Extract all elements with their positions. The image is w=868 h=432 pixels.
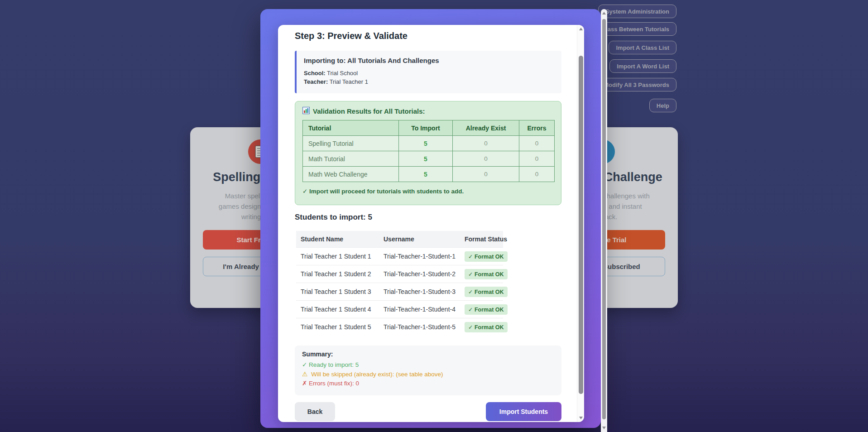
modal-overlay: Step 3: Preview & Validate Importing to:… bbox=[260, 9, 601, 428]
format-status-cell: ✓ Format OK bbox=[460, 287, 503, 297]
student-name: Trial Teacher 1 Student 1 bbox=[296, 253, 379, 260]
warning-icon: ⚠ bbox=[302, 370, 308, 378]
school-label: School: bbox=[304, 70, 326, 77]
tutorial-name-cell: Math Web Challenge bbox=[303, 167, 399, 182]
students-to-import-heading: Students to import: 5 bbox=[295, 213, 372, 222]
format-ok-badge: ✓ Format OK bbox=[465, 322, 508, 332]
scroll-up-arrow-icon[interactable] bbox=[579, 28, 583, 30]
validation-col-header: To Import bbox=[399, 120, 453, 136]
bar-chart-icon bbox=[302, 107, 310, 115]
format-status-cell: ✓ Format OK bbox=[460, 251, 503, 262]
student-row: Trial Teacher 1 Student 4Trial-Teacher-1… bbox=[296, 300, 503, 318]
page: Spelling Tutorial Master spelling with f… bbox=[0, 0, 868, 432]
students-table-header: Student NameUsernameFormat Status bbox=[296, 231, 503, 247]
school-value: Trial School bbox=[327, 70, 358, 77]
student-name: Trial Teacher 1 Student 3 bbox=[296, 288, 379, 295]
import-students-button[interactable]: Import Students bbox=[486, 402, 561, 421]
count-cell: 0 bbox=[519, 136, 555, 151]
page-scrollbar-thumb[interactable] bbox=[602, 19, 606, 419]
dialog-scrollbar[interactable] bbox=[577, 25, 584, 422]
school-line: School: Trial School bbox=[304, 69, 554, 77]
students-col-header: Username bbox=[379, 235, 460, 243]
summary-heading: Summary: bbox=[302, 350, 554, 358]
summary-ready-line: ✓ Ready to import: 5 bbox=[302, 360, 554, 370]
dialog-title: Step 3: Preview & Validate bbox=[295, 31, 408, 41]
tutorial-name-cell: Math Tutorial bbox=[303, 151, 399, 167]
student-username: Trial-Teacher-1-Student-3 bbox=[379, 288, 460, 295]
summary-skipped-line: ⚠ Will be skipped (already exist): (see … bbox=[302, 370, 554, 379]
count-cell: 0 bbox=[519, 151, 555, 167]
teacher-line: Teacher: Trial Teacher 1 bbox=[304, 77, 554, 86]
scroll-up-arrow-icon[interactable] bbox=[602, 12, 606, 14]
count-cell: 0 bbox=[453, 151, 519, 167]
back-button[interactable]: Back bbox=[295, 402, 335, 421]
format-status-cell: ✓ Format OK bbox=[460, 322, 503, 332]
student-row: Trial Teacher 1 Student 1Trial-Teacher-1… bbox=[296, 247, 503, 265]
format-status-cell: ✓ Format OK bbox=[460, 304, 503, 315]
summary-errors-line: ✗ Errors (must fix): 0 bbox=[302, 379, 554, 388]
scroll-down-arrow-icon[interactable] bbox=[579, 417, 583, 419]
count-cell: 5 bbox=[399, 167, 453, 182]
students-table: Student NameUsernameFormat Status Trial … bbox=[296, 231, 503, 336]
student-name: Trial Teacher 1 Student 2 bbox=[296, 270, 379, 278]
format-ok-badge: ✓ Format OK bbox=[465, 287, 508, 297]
student-row: Trial Teacher 1 Student 5Trial-Teacher-1… bbox=[296, 318, 503, 336]
student-username: Trial-Teacher-1-Student-1 bbox=[379, 253, 460, 260]
admin-button-import-a-word-list[interactable]: Import A Word List bbox=[609, 59, 676, 73]
import-wizard-dialog: Step 3: Preview & Validate Importing to:… bbox=[278, 25, 584, 422]
student-name: Trial Teacher 1 Student 4 bbox=[296, 306, 379, 313]
validation-table-row: Math Tutorial500 bbox=[303, 151, 555, 167]
page-scrollbar[interactable] bbox=[601, 9, 607, 432]
validation-col-header: Errors bbox=[519, 120, 555, 136]
students-col-header: Format Status bbox=[460, 235, 503, 243]
count-cell: 0 bbox=[453, 167, 519, 182]
dialog-scrollbar-thumb[interactable] bbox=[579, 56, 583, 394]
tutorial-name-cell: Spelling Tutorial bbox=[303, 136, 399, 151]
importing-to-panel: Importing to: All Tutorials And Challeng… bbox=[295, 51, 561, 93]
count-cell: 0 bbox=[453, 136, 519, 151]
admin-button-import-a-class-list[interactable]: Import A Class List bbox=[609, 41, 676, 54]
importing-to-heading: Importing to: All Tutorials And Challeng… bbox=[304, 57, 554, 64]
validation-table: TutorialTo ImportAlready ExistErrors Spe… bbox=[302, 120, 555, 182]
validation-heading: Validation Results for All Tutorials: bbox=[302, 107, 554, 115]
admin-button-help[interactable]: Help bbox=[649, 99, 676, 112]
admin-button-system-administration[interactable]: System Administration bbox=[598, 5, 676, 18]
count-cell: 0 bbox=[519, 167, 555, 182]
student-name: Trial Teacher 1 Student 5 bbox=[296, 323, 379, 331]
admin-button-modify-all-3-passwords[interactable]: Modify All 3 Passwords bbox=[596, 78, 676, 91]
scroll-down-arrow-icon[interactable] bbox=[602, 427, 606, 429]
validation-col-header: Already Exist bbox=[453, 120, 519, 136]
student-username: Trial-Teacher-1-Student-4 bbox=[379, 306, 460, 313]
validation-footnote: ✓ Import will proceed for tutorials with… bbox=[302, 187, 554, 195]
teacher-label: Teacher: bbox=[304, 78, 328, 85]
format-ok-badge: ✓ Format OK bbox=[465, 251, 508, 262]
teacher-value: Trial Teacher 1 bbox=[330, 78, 368, 85]
format-status-cell: ✓ Format OK bbox=[460, 269, 503, 279]
format-ok-badge: ✓ Format OK bbox=[465, 269, 508, 279]
students-col-header: Student Name bbox=[296, 235, 379, 243]
student-username: Trial-Teacher-1-Student-5 bbox=[379, 323, 460, 331]
validation-table-row: Spelling Tutorial500 bbox=[303, 136, 555, 151]
format-ok-badge: ✓ Format OK bbox=[465, 304, 508, 315]
validation-col-header: Tutorial bbox=[303, 120, 399, 136]
count-cell: 5 bbox=[399, 151, 453, 167]
summary-panel: Summary: ✓ Ready to import: 5 ⚠ Will be … bbox=[295, 346, 561, 395]
validation-table-row: Math Web Challenge500 bbox=[303, 167, 555, 182]
student-row: Trial Teacher 1 Student 2Trial-Teacher-1… bbox=[296, 265, 503, 283]
count-cell: 5 bbox=[399, 136, 453, 151]
student-username: Trial-Teacher-1-Student-2 bbox=[379, 270, 460, 278]
validation-results-panel: Validation Results for All Tutorials: Tu… bbox=[295, 101, 561, 205]
student-row: Trial Teacher 1 Student 3Trial-Teacher-1… bbox=[296, 283, 503, 300]
